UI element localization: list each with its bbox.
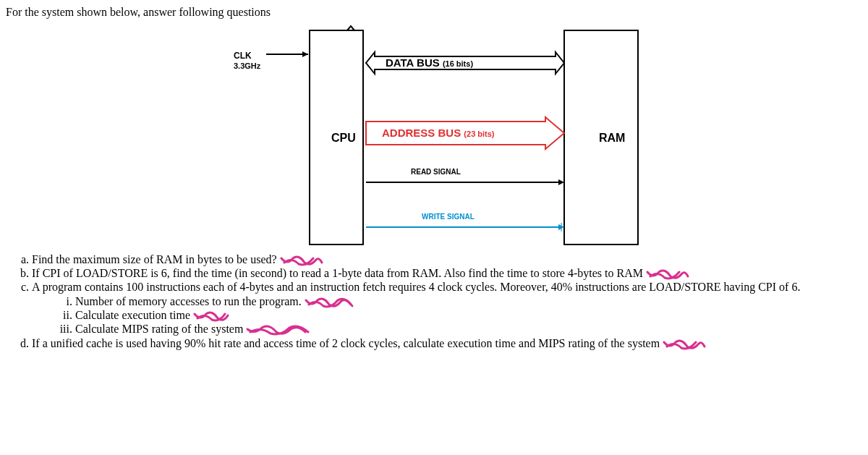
- redaction-scribble: [280, 255, 323, 265]
- question-a: Find the maximum size of RAM in bytes to…: [32, 253, 862, 266]
- question-c: A program contains 100 instructions each…: [32, 281, 862, 336]
- clk-labels: CLK 3.3GHz: [234, 51, 260, 71]
- question-c-sublist: Number of memory accesses to run the pro…: [32, 295, 862, 336]
- question-c-i: Number of memory accesses to run the pro…: [75, 295, 862, 308]
- svg-marker-4: [558, 179, 564, 185]
- ram-label: RAM: [599, 132, 625, 145]
- redaction-scribble: [193, 311, 237, 321]
- system-diagram: CLK 3.3GHz CPU RAM DATA BUS (16 bits) AD…: [237, 23, 657, 247]
- svg-marker-1: [302, 51, 308, 57]
- redaction-scribble: [305, 297, 348, 307]
- question-b: If CPI of LOAD/STORE is 6, find the time…: [32, 267, 862, 280]
- cpu-label: CPU: [331, 132, 356, 145]
- write-signal-label: WRITE SIGNAL: [422, 213, 475, 221]
- redaction-scribble: [663, 339, 706, 349]
- redaction-scribble: [646, 269, 689, 279]
- address-bus-label: ADDRESS BUS (23 bits): [382, 127, 495, 139]
- question-c-iii: Calculate MIPS rating of the system: [75, 323, 862, 336]
- clk-label: CLK: [234, 51, 252, 61]
- clk-freq: 3.3GHz: [234, 61, 260, 70]
- intro-text: For the system shown below, answer follo…: [6, 6, 862, 19]
- question-d: If a unified cache is used having 90% hi…: [32, 337, 862, 350]
- question-c-ii: Calculate execution time: [75, 309, 862, 322]
- question-list: Find the maximum size of RAM in bytes to…: [6, 253, 862, 350]
- data-bus-label: DATA BUS (16 bits): [386, 56, 473, 69]
- redaction-scribble: [246, 325, 289, 335]
- read-signal-label: READ SIGNAL: [411, 168, 461, 176]
